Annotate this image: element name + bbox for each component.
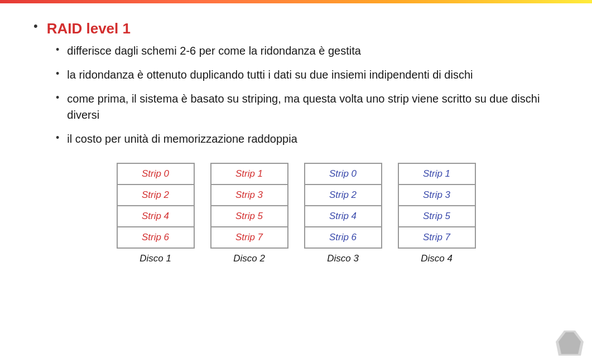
sub-bullet-dot: • — [56, 44, 59, 56]
disk-label: Disco 3 — [304, 253, 382, 264]
disk-diagram: Strip 0Strip 2Strip 4Strip 6Strip 1Strip… — [33, 163, 559, 264]
sub-item-text: la ridondanza è ottenuto duplicando tutt… — [67, 67, 473, 83]
sub-bullet-dot: • — [56, 68, 59, 80]
sub-item-text: come prima, il sistema è basato su strip… — [67, 91, 559, 123]
list-item: • il costo per unità di memorizzazione r… — [56, 131, 559, 147]
main-content: • RAID level 1 • differisce dagli schemi… — [0, 3, 592, 275]
disk-cell: Strip 4 — [117, 206, 194, 227]
list-item: • come prima, il sistema è basato su str… — [56, 91, 559, 123]
disk-cell: Strip 0 — [117, 163, 194, 185]
disk-cell: Strip 3 — [211, 185, 288, 206]
disk-cell: Strip 2 — [305, 185, 382, 206]
disk-3: Strip 0Strip 2Strip 4Strip 6 — [304, 163, 382, 249]
disk-cell: Strip 7 — [211, 227, 288, 248]
disk-cell: Strip 1 — [211, 163, 288, 185]
disk-cell: Strip 4 — [305, 206, 382, 227]
disk-1: Strip 0Strip 2Strip 4Strip 6 — [117, 163, 195, 249]
sub-bullet-dot: • — [56, 92, 59, 104]
disk-cell: Strip 5 — [211, 206, 288, 227]
list-item: • la ridondanza è ottenuto duplicando tu… — [56, 67, 559, 83]
disk-cell: Strip 0 — [305, 163, 382, 185]
disk-cell: Strip 5 — [398, 206, 475, 227]
disk-cell: Strip 7 — [398, 227, 475, 248]
sub-bullet-dot: • — [56, 132, 59, 144]
disk-2: Strip 1Strip 3Strip 5Strip 7 — [210, 163, 288, 249]
sub-item-text: il costo per unità di memorizzazione rad… — [67, 131, 297, 147]
sub-item-text: differisce dagli schemi 2-6 per come la … — [67, 43, 361, 59]
disk-labels-row: Disco 1Disco 2Disco 3Disco 4 — [117, 253, 476, 264]
list-item: • differisce dagli schemi 2-6 per come l… — [56, 43, 559, 59]
main-bullet-dot: • — [33, 19, 38, 33]
disk-label: Disco 4 — [398, 253, 476, 264]
disk-label: Disco 2 — [210, 253, 288, 264]
main-title: RAID level 1 — [47, 20, 131, 37]
disk-label: Disco 1 — [117, 253, 195, 264]
corner-decoration — [553, 325, 586, 358]
disk-cell: Strip 2 — [117, 185, 194, 206]
disk-cell: Strip 1 — [398, 163, 475, 185]
disk-4: Strip 1Strip 3Strip 5Strip 7 — [398, 163, 476, 249]
disks-row: Strip 0Strip 2Strip 4Strip 6Strip 1Strip… — [117, 163, 476, 249]
disk-cell: Strip 3 — [398, 185, 475, 206]
sub-list: • differisce dagli schemi 2-6 per come l… — [56, 43, 559, 147]
disk-cell: Strip 6 — [117, 227, 194, 248]
disk-cell: Strip 6 — [305, 227, 382, 248]
main-bullet-item: • RAID level 1 — [33, 20, 559, 37]
